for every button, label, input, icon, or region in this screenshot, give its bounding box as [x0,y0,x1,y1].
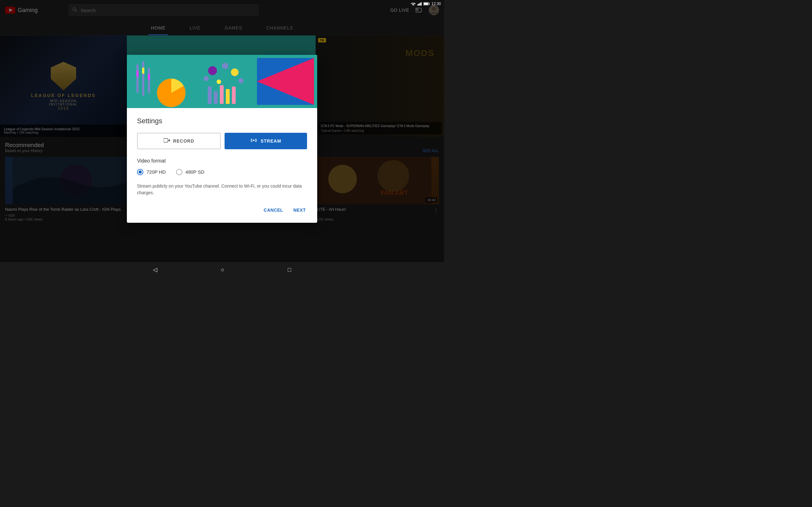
svg-point-59 [231,68,239,76]
svg-rect-7 [424,3,428,5]
svg-rect-2 [418,3,419,5]
svg-point-60 [239,78,244,83]
svg-point-55 [208,66,217,75]
label-720p: 720P HD [147,169,166,175]
radio-480p[interactable] [176,169,183,175]
cancel-button[interactable]: CANCEL [262,205,284,215]
recent-button[interactable]: □ [288,267,291,273]
settings-dialog: Settings RECORD STREAM Video format [127,55,317,223]
svg-rect-50 [142,61,144,96]
svg-rect-61 [208,87,212,104]
svg-point-0 [413,5,414,6]
mode-buttons: RECORD STREAM [137,133,307,149]
svg-rect-6 [429,3,429,4]
record-icon [164,138,170,144]
svg-rect-4 [420,2,421,6]
svg-rect-3 [420,3,420,5]
status-time: 12:30 [432,2,441,6]
stream-button[interactable]: STREAM [224,133,307,149]
svg-point-70 [253,139,255,141]
svg-marker-69 [168,139,170,141]
radio-720p[interactable] [137,169,143,175]
svg-rect-68 [164,138,168,142]
video-format-options: 720P HD 480P SD [137,169,307,175]
svg-rect-53 [148,74,150,80]
dialog-actions: CANCEL NEXT [137,205,307,215]
svg-point-58 [217,79,221,84]
video-format-label: Video format [137,158,307,164]
svg-rect-62 [214,91,217,104]
next-button[interactable]: NEXT [292,205,307,215]
svg-rect-1 [417,4,418,5]
home-button[interactable]: ○ [221,267,224,273]
back-button[interactable]: ◁ [153,266,157,273]
signal-icon [417,2,422,6]
battery-icon [423,2,430,6]
radio-720p-fill [139,170,142,174]
svg-rect-63 [220,85,223,104]
svg-rect-65 [232,87,236,104]
label-480p: 480P SD [186,169,205,175]
record-button[interactable]: RECORD [137,133,221,149]
dialog-title: Settings [137,117,307,125]
dialog-body: Settings RECORD STREAM Video format [127,108,317,223]
option-720p[interactable]: 720P HD [137,169,166,175]
dialog-top-image [127,55,317,108]
svg-rect-48 [136,64,139,93]
info-text: Stream publicly on your YouTube channel.… [137,183,307,196]
svg-point-57 [204,76,209,81]
option-480p[interactable]: 480P SD [176,169,205,175]
svg-point-56 [222,63,229,69]
svg-rect-49 [136,71,139,77]
status-bar: 12:30 [411,0,444,8]
android-nav: ◁ ○ □ [0,262,444,277]
svg-rect-64 [226,89,230,104]
wifi-icon [411,2,416,6]
svg-rect-51 [142,67,144,74]
stream-icon [250,138,257,144]
